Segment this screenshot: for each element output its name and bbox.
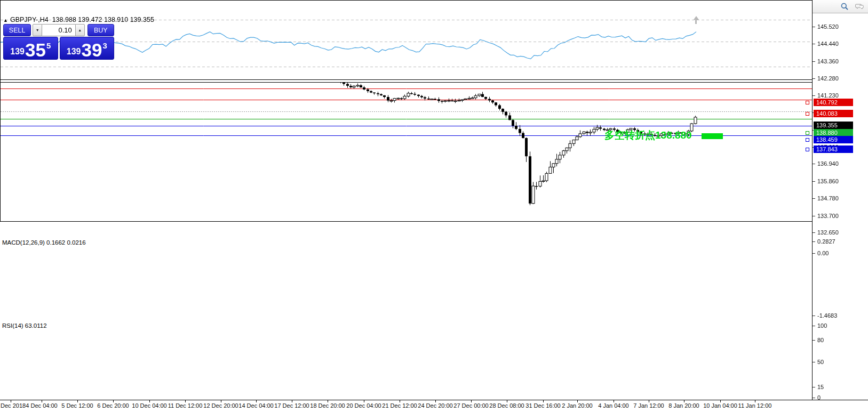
axis-tick-mark — [813, 398, 815, 398]
time-axis-label: 11 Jan 12:00 — [738, 402, 772, 409]
chat-button[interactable] — [852, 1, 867, 12]
volume-decrease-button[interactable]: ▼ — [33, 24, 42, 36]
time-axis-label: 6 Dec 20:00 — [97, 402, 129, 409]
axis-tick-mark — [813, 181, 815, 182]
axis-tick-mark — [813, 61, 815, 62]
macd-axis-label: 0.00 — [817, 250, 829, 256]
hline-handle[interactable] — [806, 148, 809, 151]
time-axis-label: 12 Dec 20:00 — [203, 402, 238, 409]
buy-price-button[interactable]: 139 39 3 — [60, 37, 115, 60]
collapse-marker-icon[interactable]: ▲ — [3, 18, 8, 23]
time-axis-label: 24 Dec 20:00 — [418, 402, 452, 409]
price-tag-140.792: 140.792 — [814, 99, 853, 106]
time-axis-label: 2 Dec 2018 — [0, 402, 26, 409]
price-axis-tick-label: 141.230 — [817, 92, 839, 99]
hline-handle[interactable] — [806, 101, 809, 104]
time-axis-label: 27 Dec 00:00 — [453, 402, 488, 409]
search-button[interactable] — [837, 1, 852, 12]
time-axis-label: 5 Dec 12:00 — [61, 402, 93, 409]
axis-tick-mark — [813, 387, 815, 387]
ohlc-values: 138.988 139.472 138.910 139.355 — [52, 16, 154, 23]
price-axis-tick-label: 144.440 — [817, 41, 839, 47]
time-axis-label: 18 Dec 20:00 — [310, 402, 345, 409]
macd-axis-label: 0.2827 — [817, 238, 835, 245]
price-axis-tick-label: 145.520 — [817, 23, 839, 30]
time-axis-label: 2 Jan 20:00 — [562, 402, 593, 409]
buy-price-prefix: 139 — [67, 47, 81, 56]
sell-price-button[interactable]: 139 35 5 — [3, 37, 58, 60]
sell-price-pip: 5 — [46, 42, 51, 50]
time-axis-label: 17 Dec 12:00 — [274, 402, 309, 409]
axis-tick-mark — [813, 95, 815, 96]
axis-tick-mark — [813, 362, 815, 362]
time-axis-label: 31 Dec 16:00 — [525, 402, 560, 409]
axis-tick-mark — [813, 241, 815, 242]
price-axis[interactable]: 145.520144.440143.360142.280141.230140.1… — [812, 14, 868, 400]
price-axis-tick-label: 134.780 — [817, 195, 839, 201]
rsi-axis-label: 50 — [817, 359, 824, 365]
rsi-canvas[interactable] — [1, 1, 812, 79]
axis-tick-mark — [813, 216, 815, 216]
buy-price-main: 39 — [81, 42, 102, 59]
price-tag-138.459: 138.459 — [814, 136, 853, 143]
buy-price-pip: 3 — [102, 42, 107, 50]
price-axis-tick-label: 136.940 — [817, 160, 839, 167]
axis-tick-mark — [813, 232, 815, 233]
time-axis-label: 4 Jan 04:00 — [598, 402, 629, 409]
macd-label: MACD(12,26,9) 0.1662 0.0216 — [2, 239, 86, 246]
pivot-annotation-rect[interactable] — [702, 133, 723, 139]
time-axis-label: 11 Dec 12:00 — [168, 402, 203, 409]
time-axis-label: 14 Dec 04:00 — [238, 402, 273, 409]
rsi-label: RSI(14) 63.0112 — [2, 322, 47, 329]
search-icon — [840, 2, 849, 11]
time-axis-label: 28 Dec 08:00 — [489, 402, 524, 409]
time-axis-label: 21 Dec 12:00 — [382, 402, 417, 409]
price-axis-tick-label: 142.280 — [817, 75, 839, 82]
up-arrow-marker — [693, 16, 699, 24]
rsi-axis-label: 100 — [817, 322, 827, 329]
rsi-indicator-pane[interactable] — [0, 0, 813, 80]
axis-tick-mark — [813, 316, 815, 316]
time-axis-label: 8 Jan 20:00 — [668, 402, 699, 409]
price-tag-137.843: 137.843 — [814, 146, 853, 153]
rsi-axis-label: 80 — [817, 337, 824, 343]
sell-price-main: 35 — [25, 42, 46, 59]
volume-input[interactable]: 0.10 — [42, 24, 75, 36]
axis-tick-mark — [813, 164, 815, 164]
axis-tick-mark — [813, 44, 815, 44]
axis-tick-mark — [813, 253, 815, 254]
axis-tick-mark — [813, 326, 815, 326]
time-axis-label: 20 Dec 04:00 — [346, 402, 381, 409]
chat-icon — [855, 2, 864, 11]
price-tag-138.880: 138.880 — [814, 129, 853, 136]
mt4-window: 单自动交易▾▾▾EFAT▾M1M5M15M30H1H4D1W1MN ▲GBPJP… — [0, 0, 868, 412]
hline-handle[interactable] — [806, 138, 809, 142]
chart-title: ▲GBPJPY-,H4 138.988 139.472 138.910 139.… — [3, 16, 154, 23]
price-axis-tick-label: 132.650 — [817, 229, 839, 236]
sell-button[interactable]: SELL — [3, 24, 31, 36]
axis-tick-mark — [813, 340, 815, 341]
volume-increase-button[interactable]: ▲ — [75, 24, 85, 36]
pivot-annotation-text[interactable]: 多空转折点138.880 — [604, 128, 692, 142]
hline-handle[interactable] — [806, 112, 809, 116]
time-axis-label: 7 Jan 12:00 — [633, 402, 664, 409]
one-click-trading-panel: SELL ▼ 0.10 ▲ BUY 139 35 5 139 39 3 — [3, 24, 114, 60]
macd-axis-label: -1.4683 — [817, 312, 837, 319]
axis-tick-mark — [813, 78, 815, 79]
price-axis-tick-label: 133.700 — [817, 213, 839, 219]
time-axis-label: 4 Dec 04:00 — [26, 402, 57, 409]
axis-tick-mark — [813, 27, 815, 27]
price-axis-tick-label: 135.860 — [817, 178, 839, 184]
price-tag-140.083: 140.083 — [814, 110, 853, 117]
axis-tick-mark — [813, 198, 815, 199]
time-axis-label: 10 Jan 04:00 — [703, 402, 737, 409]
hline-handle[interactable] — [806, 131, 809, 135]
time-axis[interactable]: 2 Dec 20184 Dec 04:005 Dec 12:006 Dec 20… — [0, 400, 868, 412]
symbol-period-label: GBPJPY-,H4 — [10, 16, 49, 23]
buy-button[interactable]: BUY — [87, 24, 114, 36]
sell-price-prefix: 139 — [10, 47, 25, 56]
time-axis-label: 10 Dec 04:00 — [132, 402, 166, 409]
price-tag-139.355: 139.355 — [814, 122, 853, 129]
price-axis-tick-label: 143.360 — [817, 58, 839, 64]
rsi-axis-label: 15 — [817, 384, 824, 390]
